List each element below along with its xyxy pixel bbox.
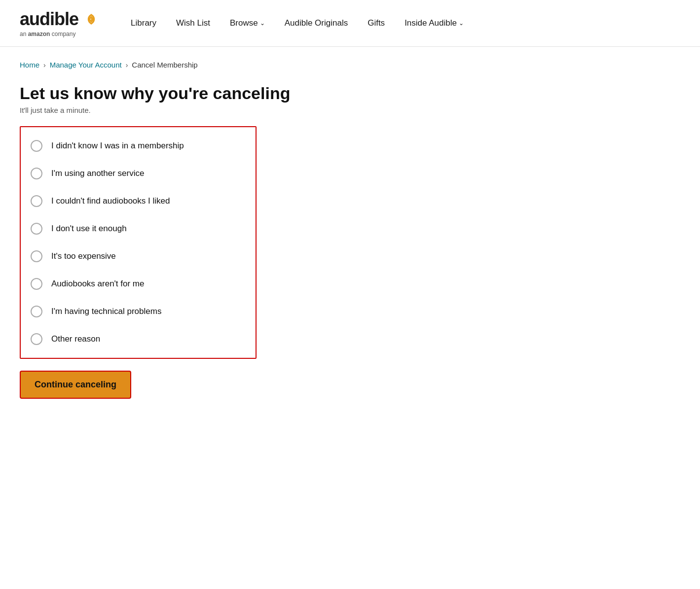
breadcrumb: Home › Manage Your Account › Cancel Memb…: [0, 47, 700, 74]
header: audible an amazon company Library Wish L…: [0, 0, 700, 47]
breadcrumb-manage-account[interactable]: Manage Your Account: [50, 61, 122, 69]
radio-button-2[interactable]: [31, 168, 42, 179]
continue-canceling-button[interactable]: Continue canceling: [20, 371, 131, 399]
logo[interactable]: audible an amazon company: [20, 9, 101, 37]
radio-button-7[interactable]: [31, 306, 42, 317]
nav-inside-audible[interactable]: Inside Audible ⌄: [405, 18, 464, 28]
radio-button-1[interactable]: [31, 140, 42, 152]
breadcrumb-cancel-membership: Cancel Membership: [132, 61, 197, 69]
main-content: Let us know why you're canceling It'll j…: [0, 74, 700, 418]
nav-wishlist[interactable]: Wish List: [176, 18, 210, 28]
radio-button-8[interactable]: [31, 333, 42, 345]
cancellation-reasons-box: I didn't know I was in a membership I'm …: [20, 126, 257, 359]
option-row-6[interactable]: Audiobooks aren't for me: [31, 270, 246, 298]
option-row-7[interactable]: I'm having technical problems: [31, 298, 246, 325]
option-label-4: I don't use it enough: [51, 224, 127, 234]
amazon-tagline: an amazon company: [20, 31, 101, 37]
option-label-7: I'm having technical problems: [51, 307, 161, 316]
option-row-4[interactable]: I don't use it enough: [31, 215, 246, 243]
nav-gifts[interactable]: Gifts: [368, 18, 385, 28]
option-label-2: I'm using another service: [51, 169, 144, 178]
nav-browse[interactable]: Browse ⌄: [230, 18, 265, 28]
radio-button-6[interactable]: [31, 278, 42, 290]
option-row-1[interactable]: I didn't know I was in a membership: [31, 132, 246, 160]
breadcrumb-home[interactable]: Home: [20, 61, 39, 69]
main-nav: Library Wish List Browse ⌄ Audible Origi…: [131, 18, 464, 28]
nav-originals[interactable]: Audible Originals: [285, 18, 348, 28]
option-label-3: I couldn't find audiobooks I liked: [51, 196, 170, 206]
nav-library[interactable]: Library: [131, 18, 156, 28]
option-row-2[interactable]: I'm using another service: [31, 160, 246, 187]
audible-logo-icon: [81, 12, 101, 26]
radio-button-4[interactable]: [31, 223, 42, 235]
option-label-8: Other reason: [51, 334, 100, 344]
radio-button-3[interactable]: [31, 195, 42, 207]
logo-text: audible: [20, 9, 78, 30]
page-title: Let us know why you're canceling: [20, 84, 680, 103]
option-label-1: I didn't know I was in a membership: [51, 141, 184, 151]
option-row-5[interactable]: It's too expensive: [31, 243, 246, 270]
option-row-8[interactable]: Other reason: [31, 325, 246, 353]
browse-chevron-icon: ⌄: [260, 20, 265, 27]
breadcrumb-separator-2: ›: [126, 61, 128, 69]
radio-button-5[interactable]: [31, 250, 42, 262]
option-label-6: Audiobooks aren't for me: [51, 279, 144, 289]
inside-chevron-icon: ⌄: [459, 20, 464, 27]
option-label-5: It's too expensive: [51, 251, 116, 261]
page-subtitle: It'll just take a minute.: [20, 106, 680, 114]
breadcrumb-separator-1: ›: [43, 61, 46, 69]
option-row-3[interactable]: I couldn't find audiobooks I liked: [31, 187, 246, 215]
